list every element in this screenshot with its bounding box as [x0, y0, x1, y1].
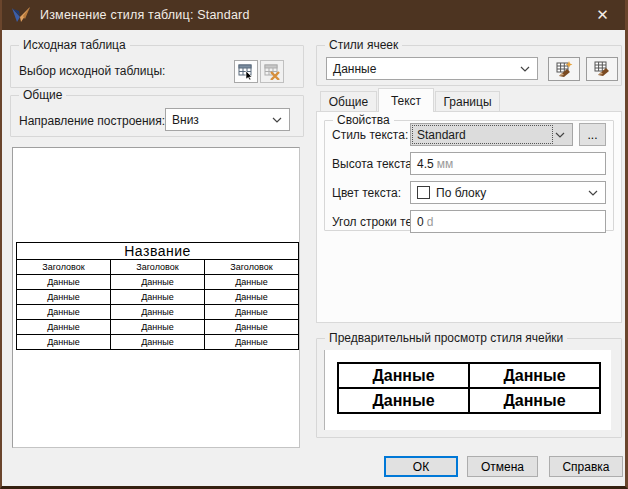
preview-data-cell: Данные — [205, 275, 299, 290]
preview-data-cell: Данные — [111, 290, 205, 305]
chevron-down-icon — [272, 117, 282, 123]
cell-style-preview-table: Данные Данные Данные Данные — [337, 362, 601, 414]
new-cell-style-button[interactable] — [548, 57, 580, 81]
preview-data-cell: Данные — [111, 320, 205, 335]
text-height-input[interactable]: 4.5 мм — [410, 152, 606, 175]
preview-data-cell: Данные — [17, 320, 111, 335]
cell-preview-cell: Данные — [469, 363, 600, 388]
source-table-group-label: Исходная таблица — [19, 38, 130, 52]
ok-button[interactable]: ОК — [384, 456, 458, 477]
preview-data-cell: Данные — [17, 335, 111, 350]
app-logo-icon — [11, 7, 32, 24]
direction-label: Направление построения: — [19, 114, 165, 128]
manage-cell-styles-button[interactable] — [586, 57, 618, 81]
cell-preview-cell: Данные — [469, 388, 600, 413]
preview-data-cell: Данные — [17, 275, 111, 290]
color-swatch — [417, 186, 430, 199]
text-style-more-button[interactable]: ... — [579, 123, 606, 146]
cell-style-combobox[interactable]: Данные — [326, 57, 538, 80]
table-brush-icon — [593, 60, 611, 78]
preview-data-cell: Данные — [205, 290, 299, 305]
preview-data-cell: Данные — [111, 275, 205, 290]
tab-borders-label: Границы — [444, 95, 492, 109]
text-angle-input[interactable]: 0 d — [410, 210, 606, 233]
preview-header-cell: Заголовок — [17, 260, 111, 275]
text-angle-value: 0 — [417, 215, 424, 229]
chevron-down-icon — [588, 190, 598, 196]
preview-header-cell: Заголовок — [205, 260, 299, 275]
remove-table-button[interactable] — [260, 60, 284, 83]
text-color-value: По блоку — [436, 186, 486, 200]
direction-combobox[interactable]: Вниз — [165, 108, 290, 131]
window-title: Изменение стиля таблиц: Standard — [40, 8, 250, 22]
preview-data-cell: Данные — [17, 290, 111, 305]
select-source-table-label: Выбор исходной таблицы: — [19, 64, 165, 78]
cell-styles-group-label: Стили ячеек — [325, 38, 402, 52]
select-table-button[interactable] — [234, 60, 258, 83]
text-height-value: 4.5 — [417, 157, 434, 171]
chevron-down-icon — [520, 66, 530, 72]
cell-preview-cell: Данные — [338, 363, 469, 388]
close-button[interactable]: ✕ — [580, 0, 625, 30]
cancel-button[interactable]: Отмена — [467, 456, 538, 477]
general-group-label: Общие — [19, 88, 66, 102]
cell-preview-panel: Данные Данные Данные Данные — [324, 350, 611, 430]
preview-data-cell: Данные — [111, 305, 205, 320]
text-angle-unit: d — [427, 215, 434, 229]
table-style-preview: Название Заголовок Заголовок Заголовок Д… — [16, 242, 299, 350]
cell-preview-group-label: Предварительный просмотр стиля ячейки — [325, 331, 567, 345]
preview-header-cell: Заголовок — [111, 260, 205, 275]
table-with-orange-x-icon — [264, 64, 280, 80]
text-height-unit: мм — [437, 157, 454, 171]
text-style-combobox[interactable]: Standard — [410, 123, 573, 146]
preview-data-cell: Данные — [205, 320, 299, 335]
table-preview-panel: Название Заголовок Заголовок Заголовок Д… — [12, 147, 300, 448]
text-color-combobox[interactable]: По блоку — [410, 181, 606, 204]
text-height-label: Высота текста: — [332, 157, 415, 171]
tab-general[interactable]: Общие — [320, 91, 377, 112]
cell-preview-cell: Данные — [338, 388, 469, 413]
direction-value: Вниз — [172, 113, 199, 127]
preview-data-cell: Данные — [205, 305, 299, 320]
modify-table-style-dialog: Изменение стиля таблиц: Standard ✕ Исход… — [0, 0, 628, 489]
table-with-cursor-icon — [238, 64, 254, 80]
preview-data-cell: Данные — [205, 335, 299, 350]
tab-text[interactable]: Текст — [378, 88, 434, 112]
preview-data-cell: Данные — [111, 335, 205, 350]
chevron-down-icon — [555, 132, 565, 138]
text-color-label: Цвет текста: — [332, 186, 401, 200]
text-style-label: Стиль текста: — [332, 128, 408, 142]
text-style-value: Standard — [413, 126, 552, 143]
preview-title-cell: Название — [17, 243, 299, 260]
cell-style-value: Данные — [333, 62, 376, 76]
preview-data-cell: Данные — [17, 305, 111, 320]
tab-borders[interactable]: Границы — [435, 91, 500, 112]
tab-text-label: Текст — [391, 94, 421, 108]
table-brush-star-icon — [555, 60, 573, 78]
titlebar[interactable]: Изменение стиля таблиц: Standard ✕ — [2, 0, 625, 30]
help-button[interactable]: Справка — [549, 456, 623, 477]
tab-general-label: Общие — [329, 95, 368, 109]
properties-group-label: Свойства — [333, 113, 394, 127]
